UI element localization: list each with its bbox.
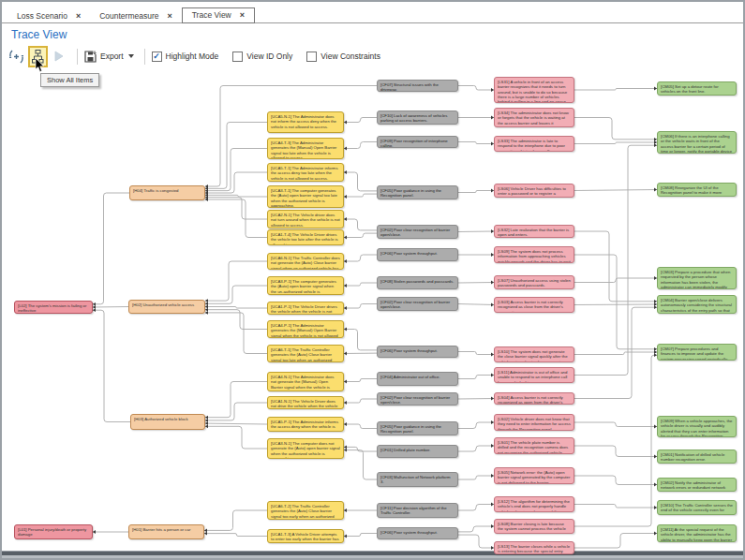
trace-node-m9[interactable]: [CM02] Notify the administrator of netwo… [657,478,737,492]
trace-node-u4[interactable]: [UCA3-T-1] The computer generates the (A… [267,185,344,208]
trace-node-m2[interactable]: [CM06] If there is an interphone calling… [657,131,737,154]
trace-node-u12[interactable]: [UCA4-N-1] The Administrator does not ge… [267,372,344,391]
trace-node-s6[interactable]: [LS09] The system does not process infor… [494,246,574,263]
trace-node-c3[interactable]: [CF09] Poor recognition of interphone ca… [377,136,458,148]
trace-node-c16[interactable]: [CF06] Poor system throughput. [377,527,458,539]
trace-node-c11[interactable]: [CF02] Poor clear recognition of barrier… [377,392,458,405]
trace-node-u3[interactable]: [UCA5-T-1] The Administrator informs the… [267,163,344,182]
trace-node-H01[interactable]: [H01] Barrier hits a person or car [128,524,204,539]
trace-node-s4[interactable]: [LS06] Vehicle Driver has difficulties t… [494,184,574,198]
trace-node-u17[interactable]: [UCA1-T-3] A Vehicle Driver attempts to … [267,529,344,543]
trace-node-u2[interactable]: [UCA4-T-3] The Administrator generates t… [267,138,344,159]
trace-node-L02[interactable]: [L02] The system's mission is failing or… [14,301,93,314]
trace-node-c6[interactable]: [CF06] Poor system throughput. [377,248,458,261]
mouse-cursor-icon [35,58,45,73]
trace-node-s7[interactable]: [LS07] Unauthorized access using stolen … [494,275,574,289]
trace-node-L01[interactable]: [L01] Personal injury/death or property … [14,524,93,539]
trace-node-H02[interactable]: [H02] Unauthorized vehicle access [128,300,205,314]
trace-node-m11[interactable]: [CM11] At the special request of the veh… [657,524,737,542]
trace-node-m6[interactable]: [CM07] Prepare procedures and finances t… [657,344,737,361]
trace-node-m1[interactable]: [CM05] Set up a detour route for vehicle… [657,81,737,96]
trace-node-u7[interactable]: [UCA6-N-1] The Traffic Controller does n… [267,253,344,270]
trace-node-u5[interactable]: [UCA2-N-1] The Vehicle driver does not t… [267,210,344,228]
trace-node-c7[interactable]: [CF08] Stolen passwords and passcards. [377,276,458,289]
trace-node-s15[interactable]: [LS12] The algorithm for determining the… [494,496,574,512]
trace-node-u8[interactable]: [UCA3-P-1] The computer generates the (A… [267,276,344,295]
trace-node-s3[interactable]: [LS33] The administrator is late to resp… [494,136,574,152]
trace-node-m4[interactable]: [CM03] Prepare a procedure that when req… [657,267,737,289]
trace-canvas[interactable]: [L02] The system's mission is failing or… [2,2,745,560]
trace-node-H04[interactable]: [H04] Traffic is congested [129,185,205,200]
trace-node-c8[interactable]: [CF02] Poor clear recognition of barrier… [377,297,458,311]
trace-node-H03[interactable]: [H03] Authorized vehicle block [130,414,205,430]
trace-node-s13[interactable]: [LS01] The vehicle plate number is drill… [494,437,574,454]
trace-node-u15[interactable]: [UCA3-N-1] The computer does not generat… [267,438,344,459]
trace-node-m8[interactable]: [CM01] Notification of drilled vehicle n… [657,449,737,464]
trace-node-s12[interactable]: [LS02] Vehicle driver does not know that… [494,414,574,431]
trace-node-c10[interactable]: [CF04] Administrator out of office. [377,372,458,386]
trace-node-s8[interactable]: [LS03] Access barrier is not correctly r… [494,297,574,313]
trace-node-s2[interactable]: [LS34] The administrator does not know o… [494,108,574,127]
trace-edges [2,2,745,560]
trace-node-s16[interactable]: [LS08] Barrier closing is late because t… [494,519,574,534]
trace-node-m10[interactable]: [CM10] The Traffic Controller senses the… [657,500,737,515]
trace-node-s11[interactable]: [LS04] Access barrier is not correctly r… [494,392,574,405]
trace-node-u13[interactable]: [UCA1-N-1] The Vehicle Driver does not d… [267,396,344,409]
trace-node-c13[interactable]: [CF01] Drilled plate number. [377,445,458,458]
trace-node-c1[interactable]: [CF07] Structural issues with the drivew… [377,80,458,92]
trace-node-c14[interactable]: [CF03] Malfunction of Network platform 3… [377,472,458,487]
trace-node-u9[interactable]: [UCA1-P-1] The Vehicle Driver drives the… [267,302,344,315]
application-window: Loss Scenario×Countermeasure×Trace View×… [0,0,745,560]
trace-node-u11[interactable]: [UCA6-T-1] The Traffic Controller genera… [267,345,344,362]
tooltip: Show All Items [40,73,99,87]
trace-node-s17[interactable]: [LS13] The barrier closes while a vehicl… [494,541,574,554]
trace-node-s9[interactable]: [LS10] The system does not generate the … [494,346,574,362]
trace-node-c2[interactable]: [CF10] Lack of awareness of vehicles par… [377,111,458,125]
trace-node-u1[interactable]: [UCA5-N-1] The Administrator does not in… [267,111,344,133]
trace-node-c4[interactable]: [CF05] Poor guidance in using the Recogn… [377,185,458,199]
trace-node-s1[interactable]: [LS31] A vehicle in front of an access b… [494,77,574,103]
trace-node-s10[interactable]: [LS11] Administrator is out of office an… [494,367,574,383]
trace-node-u16[interactable]: [UCA6-T-2] The Traffic Controller genera… [267,501,344,520]
trace-node-c15[interactable]: [CF11] Poor decision algorithm of the Tr… [377,503,458,518]
trace-node-u6[interactable]: [UCA1-T-4] The Vehicle Driver drives the… [267,229,344,245]
trace-node-m3[interactable]: [CM08] Reorganize the UI of the Recognit… [657,183,737,197]
trace-node-m5[interactable]: [CM04] Barrier open/close delivers auton… [657,295,737,314]
trace-node-c5[interactable]: [CF02] Poor clear recognition of barrier… [377,225,458,239]
trace-node-u10[interactable]: [UCA4-P-1] The Administrator generates t… [267,320,344,338]
trace-node-u14[interactable]: [UCA5-P-1] The Administrator informs the… [267,417,344,432]
trace-node-c12[interactable]: [CF05] Poor guidance in using the Recogn… [377,421,458,435]
trace-node-c9[interactable]: [CF06] Poor system throughput. [377,346,458,358]
trace-node-s14[interactable]: [LS05] Network error: the (Auto) open ba… [494,467,574,484]
trace-node-s5[interactable]: [LS32] Late realization that the barrier… [494,225,574,238]
trace-node-m7[interactable]: [CM09] When a vehicle approaches, the ve… [657,416,737,437]
